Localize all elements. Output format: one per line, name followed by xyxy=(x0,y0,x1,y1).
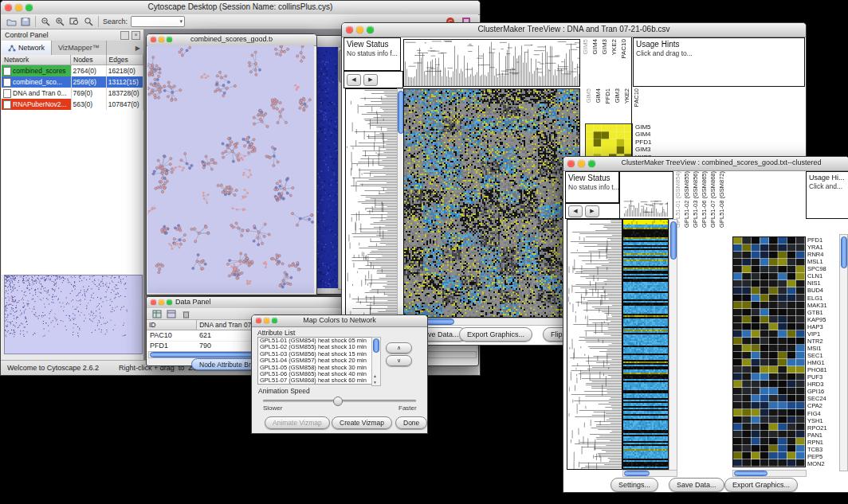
gene-label[interactable]: FIG4 xyxy=(807,410,839,417)
treeview-dna-title-bar[interactable]: ClusterMaker TreeView : DNA and Tran 07-… xyxy=(342,23,806,37)
settings-button[interactable]: Settings... xyxy=(610,478,658,492)
main-title-bar[interactable]: Cytoscape Desktop (Session Name: collins… xyxy=(1,1,480,15)
network-graph-canvas[interactable] xyxy=(147,45,314,293)
gene-label[interactable]: PFD1 xyxy=(807,236,839,244)
create-vizmap-button[interactable]: Create Vizmap xyxy=(332,416,392,429)
gene-label[interactable]: SEC24 xyxy=(807,395,839,402)
gene-label[interactable]: BUD4 xyxy=(807,287,839,294)
gene-label[interactable]: MAK31 xyxy=(807,302,839,309)
list-scrollbar[interactable]: ▲ ▼ xyxy=(371,337,381,386)
main-heatmap[interactable] xyxy=(622,219,669,470)
move-down-button[interactable]: ∨ xyxy=(386,355,412,366)
gene-label[interactable]: NTR2 xyxy=(807,338,839,345)
attribute-list-item[interactable]: GPL51-07 (GSM868) heat shock 60 min xyxy=(258,377,371,384)
gene-label[interactable]: YRA1 xyxy=(807,244,839,251)
zoom-selected-icon[interactable] xyxy=(81,16,96,28)
nav-left-icon[interactable]: ◀ xyxy=(347,74,361,86)
zoom-column-label[interactable]: YKE2 xyxy=(623,88,630,104)
done-button[interactable]: Done xyxy=(395,416,427,429)
zoom-fit-icon[interactable] xyxy=(67,16,81,28)
row-dendrogram[interactable] xyxy=(567,219,622,470)
delete-attribute-icon[interactable] xyxy=(179,308,193,320)
tab-overflow-icon[interactable]: ▶ xyxy=(135,45,140,52)
float-panel-icon[interactable] xyxy=(120,31,129,40)
zoom-button[interactable] xyxy=(167,299,172,305)
zoom-button[interactable] xyxy=(272,318,277,323)
vertical-scrollbar[interactable] xyxy=(839,234,848,471)
create-attribute-icon[interactable] xyxy=(164,308,179,320)
gene-label[interactable]: GTB1 xyxy=(807,309,839,316)
horizontal-scrollbar[interactable] xyxy=(403,318,582,326)
attribute-list-item[interactable]: GPL51-04 (GSM857) heat shock 20 min xyxy=(258,357,371,364)
gene-label[interactable]: KAP95 xyxy=(807,316,839,323)
close-button[interactable] xyxy=(5,4,12,11)
zoom-button[interactable] xyxy=(26,4,33,11)
gene-label[interactable]: HMG1 xyxy=(807,359,839,366)
dialog-title-bar[interactable]: Map Colors to Network xyxy=(252,315,427,327)
attribute-list-item[interactable]: GPL51-03 (GSM856) heat shock 15 min xyxy=(258,351,371,357)
close-button[interactable] xyxy=(567,160,575,167)
close-button[interactable] xyxy=(346,26,353,33)
attribute-list-item[interactable]: GPL51-06 (GSM865) heat shock 40 min xyxy=(258,371,371,377)
column-dendrogram[interactable] xyxy=(623,199,668,217)
scrollbar-thumb[interactable] xyxy=(670,221,677,260)
slider-thumb[interactable] xyxy=(333,397,343,406)
attribute-list[interactable]: GPL51-01 (GSM854) heat shock 05 minGPL51… xyxy=(257,337,372,385)
scroll-up-icon[interactable]: ▲ xyxy=(373,373,377,378)
network-list-row[interactable]: DNA and Tran 0... 769(0) 183728(0) xyxy=(2,88,143,99)
scrollbar-thumb[interactable] xyxy=(373,338,379,353)
scroll-down-icon[interactable]: ▼ xyxy=(373,380,377,385)
gene-label[interactable]: PHO81 xyxy=(807,366,839,373)
column-label[interactable]: YKE2 xyxy=(610,39,618,55)
attribute-list-item[interactable]: GPL51-05 (GSM858) heat shock 30 min xyxy=(258,365,371,371)
matrix-row-label[interactable]: PFD1 xyxy=(635,139,655,146)
id-column-header[interactable]: ID xyxy=(147,320,197,330)
save-data-button[interactable]: Save Data... xyxy=(669,478,724,492)
scrollbar-thumb[interactable] xyxy=(734,471,768,476)
attribute-list-item[interactable]: GPL51-02 (GSM855) heat shock 10 min xyxy=(258,344,371,350)
zoom-column-label[interactable]: GIM5 xyxy=(585,88,592,103)
export-graphics-button[interactable]: Export Graphics... xyxy=(459,327,532,342)
gene-label[interactable]: HRD3 xyxy=(807,381,839,388)
col-header-nodes[interactable]: Nodes xyxy=(71,55,107,65)
column-label[interactable]: GPL51-08 (GSM872) xyxy=(718,171,725,228)
gene-label[interactable]: SPC98 xyxy=(807,265,839,272)
gene-label[interactable]: CPA2 xyxy=(807,402,839,409)
gene-label[interactable]: RPO21 xyxy=(807,424,839,432)
select-attributes-icon[interactable] xyxy=(150,308,164,320)
matrix-row-label[interactable]: GIM4 xyxy=(635,131,655,138)
tab-vizmapper[interactable]: VizMapper™ xyxy=(52,41,107,55)
network-list-row[interactable]: combined_scores 2764(0) 16218(0) xyxy=(2,65,143,76)
zoom-column-label[interactable]: GIM4 xyxy=(595,88,602,103)
network-window-title-bar[interactable]: combined_scores_good.txt--cluste... xyxy=(147,34,316,46)
animate-vizmap-button[interactable]: Animate Vizmap xyxy=(265,416,330,429)
gene-label[interactable]: CLN1 xyxy=(807,272,839,279)
column-label[interactable]: GPL51-06 (GSM865) xyxy=(701,171,708,228)
minimize-button[interactable] xyxy=(159,37,164,42)
column-label[interactable]: PAC10 xyxy=(620,39,627,59)
nav-right-icon[interactable]: ▶ xyxy=(363,74,378,86)
matrix-row-label[interactable]: GIM5 xyxy=(635,123,655,131)
zoom-column-label[interactable]: PFD1 xyxy=(604,88,611,104)
gene-label[interactable]: YSH1 xyxy=(807,417,839,424)
network-list-row[interactable]: RNAPuberNov2... 563(0) 107847(0) xyxy=(2,99,143,110)
gene-label[interactable]: SEC1 xyxy=(807,352,839,359)
zoom-heatmap[interactable] xyxy=(732,236,806,467)
column-label[interactable]: GIM3 xyxy=(601,39,608,55)
col-header-network[interactable]: Network xyxy=(2,55,71,65)
matrix-row-label[interactable]: GIM3 xyxy=(635,146,655,153)
zoom-column-label[interactable]: PAC10 xyxy=(633,88,640,107)
search-input[interactable]: ▾ xyxy=(131,16,185,27)
gene-label[interactable]: NIS1 xyxy=(807,279,839,287)
gene-label[interactable]: MSL1 xyxy=(807,258,839,265)
minimize-button[interactable] xyxy=(15,4,22,11)
gene-label[interactable]: HAP3 xyxy=(807,323,839,330)
zoom-button[interactable] xyxy=(367,26,374,33)
gene-label[interactable]: MON2 xyxy=(807,460,839,467)
close-button[interactable] xyxy=(151,37,156,42)
horizontal-scrollbar[interactable] xyxy=(732,470,807,477)
open-session-icon[interactable] xyxy=(4,16,18,28)
column-label[interactable]: GIM5 xyxy=(582,39,589,55)
scrollbar-thumb[interactable] xyxy=(624,471,650,476)
gene-label[interactable]: ELG1 xyxy=(807,295,839,302)
